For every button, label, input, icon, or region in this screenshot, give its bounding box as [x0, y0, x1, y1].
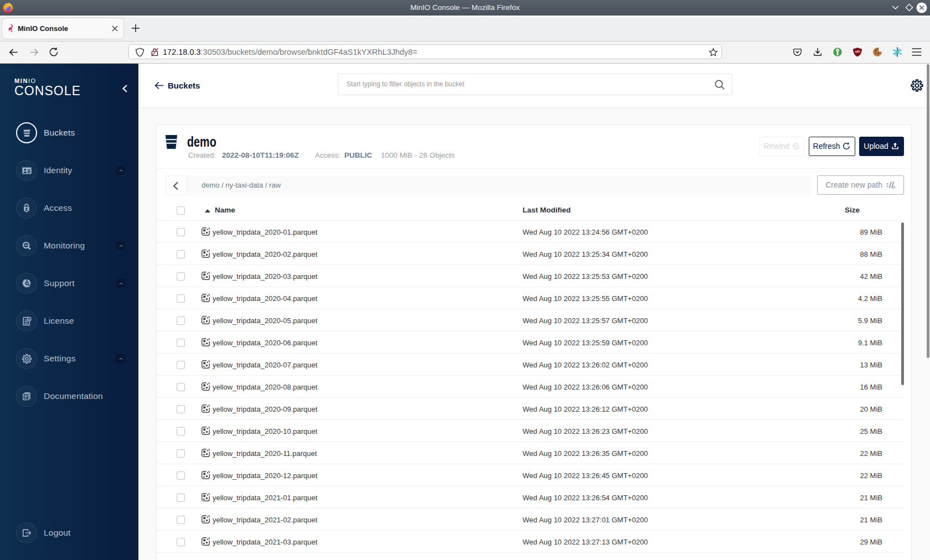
svg-text:uO: uO	[855, 49, 860, 53]
